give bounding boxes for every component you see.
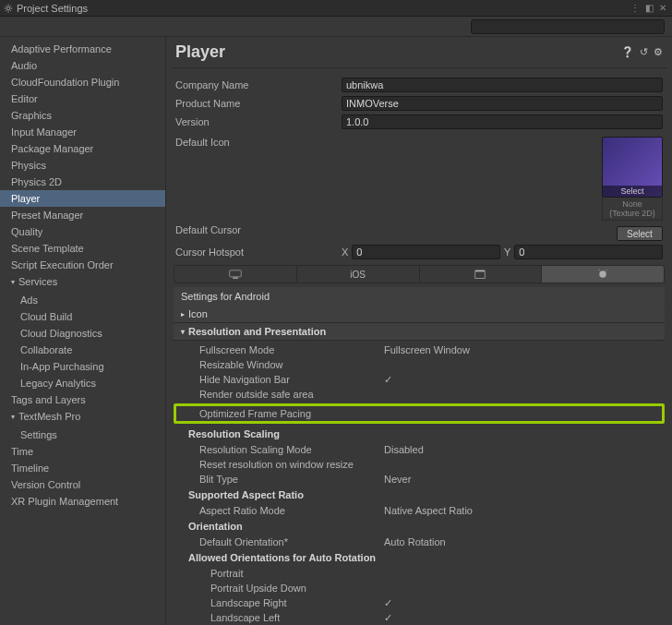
blit-type-dropdown[interactable]: Never [384, 474, 665, 485]
tab-desktop[interactable] [174, 266, 297, 282]
product-name-label: Product Name [175, 98, 342, 109]
sidebar-item[interactable]: Scene Template [0, 240, 165, 257]
portrait-ud-label: Portrait Upside Down [210, 583, 384, 594]
resolution-scaling-header: Resolution Scaling [174, 426, 665, 442]
sidebar-item[interactable]: Preset Manager [0, 207, 165, 223]
aspect-mode-dropdown[interactable]: Native Aspect Ratio [384, 505, 665, 516]
cursor-hotspot-label: Cursor Hotspot [175, 246, 342, 258]
sidebar-item[interactable]: Time [0, 443, 165, 460]
foldout-icon[interactable]: Icon [174, 306, 665, 323]
landscape-left-label: Landscape Left [210, 612, 384, 623]
sidebar-item[interactable]: Cloud Build [0, 308, 165, 325]
version-label: Version [175, 116, 342, 127]
svg-point-0 [6, 6, 10, 10]
sidebar-item[interactable]: Collaborate [0, 342, 165, 358]
default-icon-thumb[interactable] [602, 137, 663, 198]
sidebar: Adaptive Performance Audio CloudFoundati… [0, 37, 166, 625]
settings-for-android-title: Settings for Android [174, 287, 665, 306]
landscape-right-checkbox[interactable]: ✓ [384, 597, 392, 609]
tab-android[interactable] [542, 266, 664, 282]
hotspot-x-label: X [342, 246, 348, 258]
hide-nav-checkbox[interactable]: ✓ [384, 374, 392, 386]
sidebar-item[interactable]: Adaptive Performance [0, 41, 165, 57]
resizable-label: Resizable Window [199, 359, 384, 370]
sidebar-item[interactable]: Version Control [0, 476, 165, 493]
select-cursor-button[interactable]: Select [617, 226, 663, 241]
aspect-mode-label: Aspect Ratio Mode [199, 505, 384, 516]
sidebar-item[interactable]: Cloud Diagnostics [0, 325, 165, 342]
hide-nav-label: Hide Navigation Bar [199, 374, 384, 385]
sidebar-group-textmesh[interactable]: TextMesh Pro [0, 408, 165, 427]
sidebar-item[interactable]: Timeline [0, 460, 165, 476]
hotspot-y-input[interactable] [514, 245, 663, 259]
tab-ios[interactable]: iOS [297, 266, 420, 282]
help-icon[interactable]: ❔ [621, 46, 634, 58]
titlebar: Project Settings ⋮ ◧ ✕ [0, 0, 672, 17]
blit-type-label: Blit Type [199, 474, 384, 485]
allowed-orient-header: Allowed Orientations for Auto Rotation [174, 549, 665, 566]
landscape-right-label: Landscape Right [210, 597, 384, 608]
company-name-input[interactable] [342, 78, 663, 92]
sidebar-item[interactable]: Settings [0, 427, 165, 443]
menu-icon[interactable]: ⋮ [629, 3, 642, 13]
frame-pacing-label: Optimized Frame Pacing [199, 408, 384, 419]
hotspot-x-input[interactable] [352, 245, 500, 259]
svg-line-9 [606, 270, 607, 271]
foldout-resolution[interactable]: Resolution and Presentation [174, 323, 665, 341]
default-orient-label: Default Orientation* [199, 536, 384, 547]
landscape-left-checkbox[interactable]: ✓ [384, 612, 392, 624]
product-name-input[interactable] [342, 96, 663, 111]
reset-icon[interactable]: ↺ [640, 46, 648, 58]
sidebar-item[interactable]: CloudFoundation Plugin [0, 74, 165, 90]
sidebar-item[interactable]: Audio [0, 57, 165, 74]
sidebar-item[interactable]: Script Execution Order [0, 257, 165, 273]
default-orient-dropdown[interactable]: Auto Rotation [384, 536, 665, 547]
company-name-label: Company Name [175, 79, 342, 90]
sidebar-item[interactable]: Physics 2D [0, 174, 165, 190]
sidebar-item[interactable]: Physics [0, 157, 165, 174]
portrait-label: Portrait [210, 568, 384, 579]
close-icon[interactable]: ✕ [657, 3, 668, 13]
scaling-mode-label: Resolution Scaling Mode [199, 444, 384, 455]
page-title: Player [175, 42, 225, 62]
highlight-frame-pacing: Optimized Frame Pacing [174, 403, 665, 424]
gear-icon [4, 4, 13, 13]
svg-line-8 [599, 270, 601, 271]
sidebar-item[interactable]: In-App Purchasing [0, 358, 165, 375]
hotspot-y-label: Y [504, 246, 510, 258]
sidebar-group-services[interactable]: Services [0, 273, 165, 292]
platform-tabs: iOS [174, 265, 665, 283]
sidebar-item[interactable]: Package Manager [0, 140, 165, 157]
fullscreen-mode-dropdown[interactable]: Fullscreen Window [384, 344, 665, 355]
default-cursor-label: Default Cursor [175, 224, 342, 235]
sidebar-item[interactable]: Tags and Layers [0, 391, 165, 408]
svg-rect-3 [230, 270, 242, 277]
sidebar-item[interactable]: Graphics [0, 107, 165, 124]
content: Player ❔ ↺ ⚙ Company Name Product Name V… [166, 37, 672, 625]
version-input[interactable] [342, 114, 663, 129]
sidebar-item[interactable]: Quality [0, 223, 165, 240]
scaling-mode-dropdown[interactable]: Disabled [384, 444, 665, 455]
sidebar-item[interactable]: Editor [0, 90, 165, 107]
svg-point-7 [599, 270, 606, 278]
render-outside-label: Render outside safe area [199, 389, 384, 400]
orient-header: Orientation [174, 518, 665, 535]
searchbar [0, 17, 672, 37]
content-header: Player ❔ ↺ ⚙ [172, 37, 666, 68]
sidebar-item[interactable]: Input Manager [0, 124, 165, 140]
sidebar-item[interactable]: XR Plugin Management [0, 493, 165, 510]
sidebar-item[interactable]: Legacy Analytics [0, 375, 165, 391]
sidebar-item[interactable]: Ads [0, 292, 165, 308]
reset-on-resize-label: Reset resolution on window resize [199, 459, 384, 470]
sidebar-item-player[interactable]: Player [0, 190, 165, 207]
fullscreen-mode-label: Fullscreen Mode [199, 344, 384, 355]
window-title: Project Settings [17, 3, 88, 14]
default-icon-meta: None (Texture 2D) [602, 198, 663, 221]
default-icon-label: Default Icon [175, 137, 342, 148]
svg-rect-6 [475, 271, 486, 279]
aspect-header: Supported Aspect Ratio [174, 487, 665, 503]
search-input[interactable] [471, 19, 665, 34]
gear-icon[interactable]: ⚙ [654, 46, 663, 58]
popout-icon[interactable]: ◧ [643, 3, 655, 13]
tab-web[interactable] [420, 266, 543, 282]
